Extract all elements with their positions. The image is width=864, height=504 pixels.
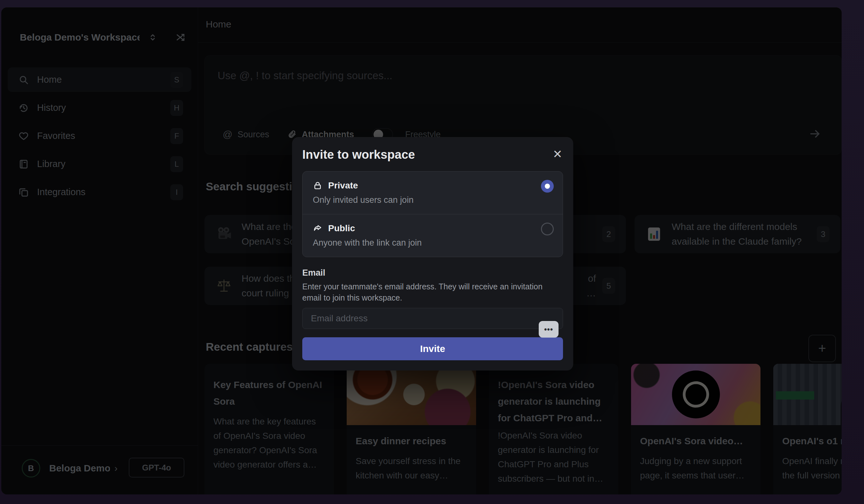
app-window: Beloga Demo's Workspace Home S bbox=[1, 7, 842, 494]
desktop-background: Beloga Demo's Workspace Home S bbox=[0, 0, 864, 504]
option-private[interactable]: Private Only invited users can join bbox=[303, 172, 563, 214]
option-label: Private bbox=[328, 181, 358, 191]
option-label: Public bbox=[328, 223, 355, 233]
radio-public-unselected[interactable] bbox=[541, 223, 554, 235]
lock-icon bbox=[313, 181, 322, 190]
close-icon[interactable]: ✕ bbox=[553, 148, 562, 160]
option-public[interactable]: Public Anyone with the link can join bbox=[303, 214, 563, 257]
modal-title: Invite to workspace bbox=[302, 148, 563, 162]
option-desc: Anyone with the link can join bbox=[313, 238, 552, 248]
email-description: Enter your teammate's email address. The… bbox=[302, 281, 555, 304]
email-label: Email bbox=[302, 268, 563, 278]
share-arrow-icon bbox=[313, 224, 322, 233]
invite-modal: Invite to workspace ✕ Private Only invit… bbox=[292, 137, 573, 370]
email-field[interactable] bbox=[302, 308, 563, 329]
visibility-options: Private Only invited users can join Publ… bbox=[302, 171, 563, 257]
option-desc: Only invited users can join bbox=[313, 195, 552, 205]
invite-button[interactable]: Invite bbox=[302, 337, 563, 360]
autofill-icon[interactable]: ••• bbox=[539, 321, 559, 337]
radio-private-selected[interactable] bbox=[541, 180, 554, 193]
